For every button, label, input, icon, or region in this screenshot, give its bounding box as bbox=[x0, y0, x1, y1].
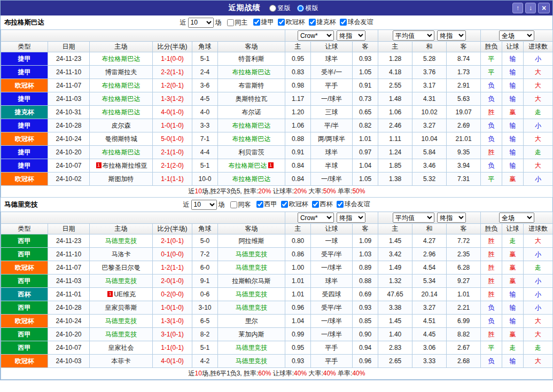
final-odds-select[interactable]: 终指 bbox=[337, 213, 365, 223]
away-team-cell[interactable]: 布拉格斯巴达 bbox=[218, 66, 285, 79]
odds-away: 0.90 bbox=[353, 328, 378, 341]
match-date: 24-10-28 bbox=[48, 301, 90, 315]
away-team-cell[interactable]: 利贝雷茨 bbox=[218, 146, 285, 159]
layout-option-vertical[interactable]: 竖版 bbox=[269, 4, 291, 13]
home-team-cell[interactable]: 皇家贝蒂斯 bbox=[90, 301, 153, 315]
scroll-down-button[interactable]: ↓ bbox=[525, 3, 536, 13]
result-winlose: 负 bbox=[481, 119, 502, 132]
league-filter[interactable]: 球会友谊 bbox=[340, 18, 373, 27]
odds-away: 1.01 bbox=[353, 132, 378, 146]
league-filter[interactable]: 欧冠杯 bbox=[278, 18, 305, 27]
away-team-cell[interactable]: 马德里竞技 bbox=[218, 301, 285, 315]
average-odds-select[interactable]: 平均值 bbox=[393, 30, 434, 41]
away-team-cell[interactable]: 马德里竞技 bbox=[218, 288, 285, 301]
away-team-cell[interactable]: 布拉格斯巴达1 bbox=[218, 159, 285, 173]
odds-away: 0.93 bbox=[353, 301, 378, 315]
same-venue-filter[interactable]: 同客 bbox=[230, 200, 251, 209]
team-name: 马德里竞技 bbox=[4, 200, 38, 209]
col-odds-home-header: 主 bbox=[285, 224, 311, 234]
match-score: 1-1(1-1) bbox=[153, 173, 192, 186]
home-team-cell[interactable]: 巴黎圣日尔曼 bbox=[90, 261, 153, 275]
result-handicap: 输 bbox=[502, 52, 524, 66]
same-venue-checkbox[interactable] bbox=[227, 19, 234, 26]
scroll-up-button[interactable]: ↑ bbox=[512, 3, 523, 13]
odds-source-select[interactable]: Crow* bbox=[298, 30, 334, 41]
home-team-cell[interactable]: 马德里竞技 bbox=[90, 328, 153, 341]
away-team-cell[interactable]: 马德里竞技 bbox=[218, 248, 285, 261]
match-date: 24-11-07 bbox=[48, 79, 90, 92]
league-filter[interactable]: 捷克杯 bbox=[309, 18, 336, 27]
final-average-select[interactable]: 终指 bbox=[437, 213, 466, 223]
home-team-cell[interactable]: 布拉格斯巴达 bbox=[90, 52, 153, 66]
home-team-cell[interactable]: 曼彻斯特城 bbox=[90, 132, 153, 146]
vertical-layout-radio[interactable] bbox=[269, 5, 276, 12]
away-team-cell[interactable]: 马德里竞技 bbox=[218, 261, 285, 275]
league-filter[interactable]: 西杯 bbox=[312, 200, 333, 209]
home-team-cell[interactable]: 马洛卡 bbox=[90, 248, 153, 261]
odds-source-select[interactable]: Crow* bbox=[298, 213, 334, 223]
home-team-cell[interactable]: 布拉格斯巴达 bbox=[90, 146, 153, 159]
league-filter[interactable]: 球会友谊 bbox=[337, 200, 370, 209]
league-checkbox[interactable] bbox=[281, 201, 288, 208]
same-venue-filter[interactable]: 同主 bbox=[227, 18, 248, 27]
home-team-cell[interactable]: 马德里竞技 bbox=[90, 315, 153, 328]
league-filter-label: 西甲 bbox=[264, 200, 277, 209]
away-team-cell[interactable]: 布拉格斯巴达 bbox=[218, 119, 285, 132]
away-team-cell[interactable]: 奥斯特拉瓦 bbox=[218, 92, 285, 106]
away-team-cell[interactable]: 拉斯帕尔马斯 bbox=[218, 275, 285, 288]
corner-score: 3-10 bbox=[192, 301, 218, 315]
home-team-cell[interactable]: 斯图加特 bbox=[90, 173, 153, 186]
league-checkbox[interactable] bbox=[253, 19, 260, 26]
close-button[interactable]: × bbox=[538, 3, 550, 13]
home-team-cell[interactable]: 本菲卡 bbox=[90, 355, 153, 368]
result-handicap: 输 bbox=[502, 301, 524, 315]
odds-home: 0.86 bbox=[285, 248, 311, 261]
league-filter[interactable]: 欧冠杯 bbox=[281, 200, 308, 209]
home-team-cell[interactable]: 1布拉格斯拉维亚 bbox=[90, 159, 153, 173]
games-count-select[interactable]: 10 bbox=[188, 18, 214, 28]
home-team-cell[interactable]: 博雷斯拉夫 bbox=[90, 66, 153, 79]
league-filter[interactable]: 西甲 bbox=[256, 200, 277, 209]
away-team-cell[interactable]: 里尔 bbox=[218, 315, 285, 328]
fulltime-scope-select[interactable]: 全场 bbox=[499, 213, 534, 223]
league-checkbox[interactable] bbox=[278, 19, 285, 26]
final-average-select[interactable]: 终指 bbox=[437, 30, 466, 41]
home-team-cell[interactable]: 布拉格斯巴达 bbox=[90, 79, 153, 92]
team-text: 博雷斯拉夫 bbox=[105, 68, 137, 76]
away-team-cell[interactable]: 马德里竞技 bbox=[218, 355, 285, 368]
home-team-cell[interactable]: 布拉格斯巴达 bbox=[90, 106, 153, 119]
home-team-cell[interactable]: 马德里竞技 bbox=[90, 234, 153, 248]
layout-option-horizontal[interactable]: 横版 bbox=[297, 4, 318, 13]
away-team-cell[interactable]: 马德里竞技 bbox=[218, 341, 285, 355]
team-text: 曼彻斯特城 bbox=[105, 135, 137, 143]
avg-away-odds: 7.31 bbox=[447, 173, 481, 186]
league-checkbox[interactable] bbox=[256, 201, 263, 208]
away-team-cell[interactable]: 莱加内斯 bbox=[218, 328, 285, 341]
home-team-cell[interactable]: 马德里竞技 bbox=[90, 275, 153, 288]
away-team-cell[interactable]: 布雷斯特 bbox=[218, 79, 285, 92]
games-count-select[interactable]: 10 bbox=[191, 200, 217, 210]
result-handicap: 赢 bbox=[502, 248, 524, 261]
league-checkbox[interactable] bbox=[309, 19, 316, 26]
league-filter[interactable]: 捷甲 bbox=[253, 18, 274, 27]
home-team-cell[interactable]: 皮尔森 bbox=[90, 119, 153, 132]
corner-score: 3-3 bbox=[192, 119, 218, 132]
home-team-cell[interactable]: 1UE维克 bbox=[90, 288, 153, 301]
away-team-cell[interactable]: 布拉格斯巴达 bbox=[218, 132, 285, 146]
league-checkbox[interactable] bbox=[340, 19, 347, 26]
away-team-cell[interactable]: 特普利斯 bbox=[218, 52, 285, 66]
away-team-cell[interactable]: 布拉格斯巴达 bbox=[218, 173, 285, 186]
away-team-cell[interactable]: 阿拉维斯 bbox=[218, 234, 285, 248]
league-checkbox[interactable] bbox=[337, 201, 344, 208]
avg-away-odds: 21.01 bbox=[447, 132, 481, 146]
fulltime-scope-select[interactable]: 全场 bbox=[499, 30, 534, 41]
away-team-cell[interactable]: 布尔诺 bbox=[218, 106, 285, 119]
home-team-cell[interactable]: 皇家社会 bbox=[90, 341, 153, 355]
home-team-cell[interactable]: 布拉格斯巴达 bbox=[90, 92, 153, 106]
horizontal-layout-radio[interactable] bbox=[297, 5, 304, 12]
average-odds-select[interactable]: 平均值 bbox=[393, 213, 434, 223]
col-odds-home-header: 主 bbox=[285, 42, 311, 52]
same-venue-checkbox[interactable] bbox=[230, 201, 237, 208]
league-checkbox[interactable] bbox=[312, 201, 319, 208]
final-odds-select[interactable]: 终指 bbox=[337, 30, 365, 41]
